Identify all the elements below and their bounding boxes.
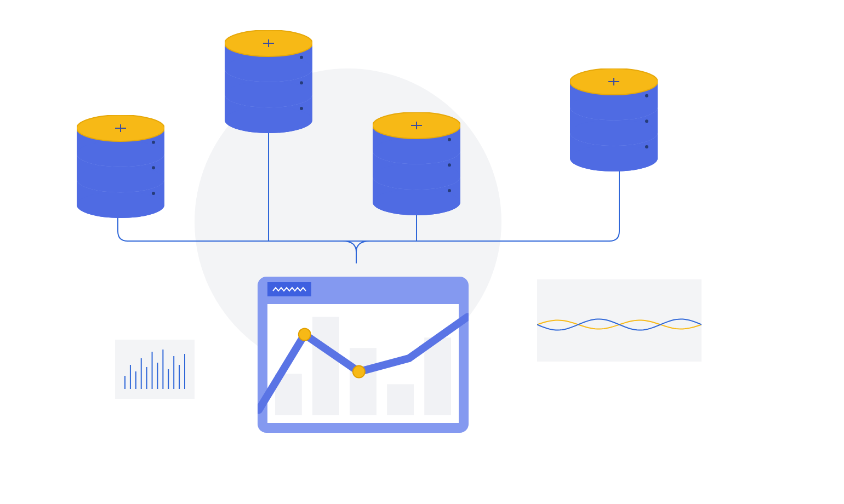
svg-point-54 bbox=[570, 119, 658, 146]
svg-point-24 bbox=[300, 81, 303, 84]
svg-point-60 bbox=[645, 94, 648, 98]
svg-point-2 bbox=[77, 192, 164, 218]
svg-point-10 bbox=[77, 141, 164, 167]
svg-point-8 bbox=[152, 166, 155, 169]
svg-point-72 bbox=[299, 329, 311, 341]
svg-point-26 bbox=[225, 56, 312, 82]
database-cylinder-icon bbox=[77, 115, 164, 218]
svg-point-73 bbox=[353, 366, 365, 378]
svg-point-12 bbox=[152, 141, 155, 144]
svg-point-22 bbox=[225, 81, 312, 107]
svg-point-56 bbox=[645, 119, 648, 123]
svg-point-38 bbox=[373, 163, 460, 190]
wave-chart-panel bbox=[537, 279, 702, 362]
wave-chart-icon bbox=[537, 279, 702, 362]
database-cylinder-icon bbox=[570, 68, 658, 171]
svg-rect-68 bbox=[312, 317, 339, 415]
diagram-stage bbox=[0, 0, 844, 504]
svg-point-34 bbox=[373, 189, 460, 215]
svg-point-52 bbox=[645, 145, 648, 148]
database-cylinder-icon bbox=[225, 30, 312, 133]
svg-point-40 bbox=[448, 163, 451, 167]
svg-point-58 bbox=[570, 94, 658, 121]
svg-point-50 bbox=[570, 145, 658, 171]
mini-bar-chart-panel bbox=[115, 340, 195, 399]
svg-point-4 bbox=[152, 192, 155, 195]
svg-point-44 bbox=[448, 138, 451, 141]
svg-rect-69 bbox=[350, 348, 377, 415]
svg-rect-70 bbox=[387, 384, 414, 415]
database-cylinder-icon bbox=[373, 112, 460, 215]
mini-bar-chart-icon bbox=[115, 340, 195, 399]
svg-point-42 bbox=[373, 138, 460, 164]
svg-point-28 bbox=[300, 56, 303, 59]
svg-point-20 bbox=[300, 107, 303, 110]
dashboard-window bbox=[258, 277, 469, 433]
svg-point-36 bbox=[448, 189, 451, 192]
svg-point-6 bbox=[77, 166, 164, 192]
svg-point-18 bbox=[225, 107, 312, 133]
